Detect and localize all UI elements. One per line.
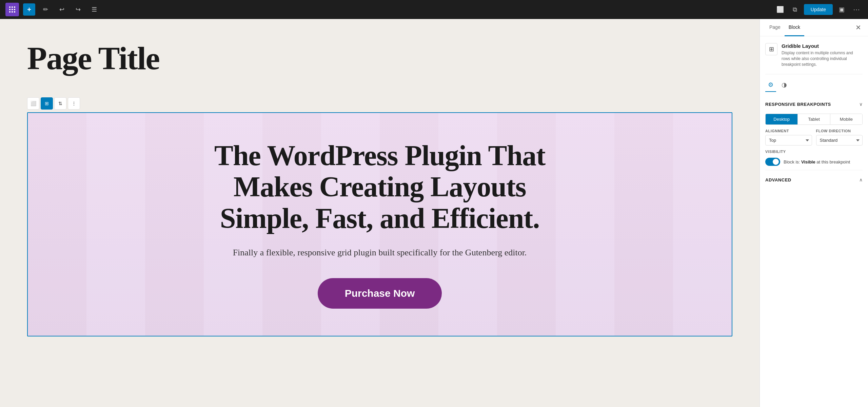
purchase-now-button[interactable]: Purchase Now bbox=[318, 278, 442, 309]
responsive-breakpoints-header[interactable]: Responsive Breakpoints ∨ bbox=[765, 99, 863, 110]
grid-icon bbox=[8, 5, 16, 14]
block-info-text: Gridible Layout Display content in multi… bbox=[782, 43, 863, 67]
breakpoint-row: Desktop Tablet Mobile bbox=[765, 114, 863, 125]
advanced-label: Advanced bbox=[765, 177, 791, 182]
svg-rect-4 bbox=[12, 9, 13, 10]
advanced-chevron-icon: ∧ bbox=[859, 177, 863, 182]
tablet-breakpoint-button[interactable]: Tablet bbox=[798, 114, 830, 124]
svg-rect-1 bbox=[12, 6, 13, 8]
tab-page[interactable]: Page bbox=[765, 19, 785, 36]
stripe-1 bbox=[28, 113, 86, 336]
toolbar: + ✏ ↩ ↪ ☰ ⬜ ⧉ Update ▣ ⋯ bbox=[0, 0, 868, 19]
toolbar-right: ⬜ ⧉ Update ▣ ⋯ bbox=[774, 3, 863, 16]
stripe-12 bbox=[673, 113, 732, 336]
block-grid-button[interactable]: ⊞ bbox=[41, 97, 53, 110]
list-view-button[interactable]: ☰ bbox=[88, 3, 100, 16]
toggle-thumb bbox=[773, 159, 779, 165]
more-options-button[interactable]: ⋯ bbox=[850, 4, 863, 15]
desktop-breakpoint-button[interactable]: Desktop bbox=[766, 114, 798, 124]
right-sidebar: Page Block ✕ ⊞ Gridible Layout Display c… bbox=[760, 19, 868, 407]
settings-icon-button[interactable]: ⚙ bbox=[765, 78, 776, 92]
visibility-label: VISIBILITY bbox=[765, 150, 863, 154]
sidebar-close-button[interactable]: ✕ bbox=[854, 22, 863, 33]
svg-rect-0 bbox=[9, 6, 11, 8]
add-block-button[interactable]: + bbox=[23, 3, 35, 16]
block-select-button[interactable]: ⬜ bbox=[27, 97, 39, 110]
external-link-button[interactable]: ⧉ bbox=[789, 3, 801, 16]
block-info: ⊞ Gridible Layout Display content in mul… bbox=[765, 43, 863, 67]
alignment-label: ALIGNMENT bbox=[765, 129, 812, 133]
edit-button[interactable]: ✏ bbox=[39, 3, 52, 16]
svg-rect-5 bbox=[14, 9, 15, 10]
visibility-text: Block is: Visible at this breakpoint bbox=[784, 159, 850, 164]
advanced-section: Advanced ∧ bbox=[765, 170, 863, 185]
styles-icon-button[interactable]: ◑ bbox=[779, 78, 790, 92]
svg-rect-2 bbox=[14, 6, 15, 8]
responsive-chevron-icon: ∨ bbox=[859, 101, 863, 107]
tab-block[interactable]: Block bbox=[785, 19, 804, 36]
flow-direction-control: FLOW DIRECTION Standard bbox=[816, 129, 863, 146]
stripe-3 bbox=[145, 113, 204, 336]
desktop-preview-button[interactable]: ⬜ bbox=[774, 3, 786, 16]
wp-menu-icon[interactable] bbox=[5, 3, 19, 16]
divider-1 bbox=[765, 74, 863, 74]
alignment-flow-controls: ALIGNMENT Top FLOW DIRECTION Standard bbox=[765, 129, 863, 146]
redo-button[interactable]: ↪ bbox=[72, 3, 84, 16]
visibility-state: Visible bbox=[801, 159, 815, 164]
sidebar-header: Page Block ✕ bbox=[760, 19, 868, 36]
alignment-control: ALIGNMENT Top bbox=[765, 129, 812, 146]
stripe-11 bbox=[614, 113, 673, 336]
sidebar-toggle-button[interactable]: ▣ bbox=[835, 3, 848, 16]
toggle-track bbox=[765, 158, 780, 166]
block-desc: Display content in multiple columns and … bbox=[782, 50, 863, 67]
block-toolbar: ⬜ ⊞ ⇅ ⋮ bbox=[27, 97, 732, 110]
sidebar-icons-row: ⚙ ◑ bbox=[765, 78, 863, 92]
svg-rect-8 bbox=[14, 11, 15, 13]
hero-block[interactable]: The WordPress Plugin That Makes Creating… bbox=[27, 112, 732, 336]
page-title: Page Title bbox=[27, 39, 732, 77]
alignment-select[interactable]: Top bbox=[765, 135, 812, 146]
block-more-button[interactable]: ⋮ bbox=[68, 97, 80, 110]
flow-direction-select[interactable]: Standard bbox=[816, 135, 863, 146]
stripe-2 bbox=[86, 113, 145, 336]
svg-rect-6 bbox=[9, 11, 11, 13]
undo-button[interactable]: ↩ bbox=[56, 3, 68, 16]
editor-area: Page Title ⬜ ⊞ ⇅ ⋮ bbox=[0, 19, 760, 407]
update-button[interactable]: Update bbox=[804, 4, 833, 15]
responsive-breakpoints-label: Responsive Breakpoints bbox=[765, 102, 831, 107]
visibility-toggle[interactable] bbox=[765, 158, 780, 166]
block-arrows-button[interactable]: ⇅ bbox=[54, 97, 66, 110]
gridible-block-icon: ⊞ bbox=[765, 43, 777, 55]
mobile-breakpoint-button[interactable]: Mobile bbox=[830, 114, 862, 124]
visibility-row: Block is: Visible at this breakpoint bbox=[765, 158, 863, 166]
hero-content: The WordPress Plugin That Makes Creating… bbox=[210, 140, 549, 309]
hero-headline: The WordPress Plugin That Makes Creating… bbox=[210, 140, 549, 234]
svg-rect-7 bbox=[12, 11, 13, 13]
sidebar-content: ⊞ Gridible Layout Display content in mul… bbox=[760, 36, 868, 407]
advanced-header[interactable]: Advanced ∧ bbox=[765, 174, 863, 185]
main-layout: Page Title ⬜ ⊞ ⇅ ⋮ bbox=[0, 19, 868, 407]
block-name: Gridible Layout bbox=[782, 43, 863, 49]
hero-subtext: Finally a flexible, responsive grid plug… bbox=[210, 248, 549, 258]
flow-direction-label: FLOW DIRECTION bbox=[816, 129, 863, 133]
stripe-10 bbox=[556, 113, 614, 336]
svg-rect-3 bbox=[9, 9, 11, 10]
